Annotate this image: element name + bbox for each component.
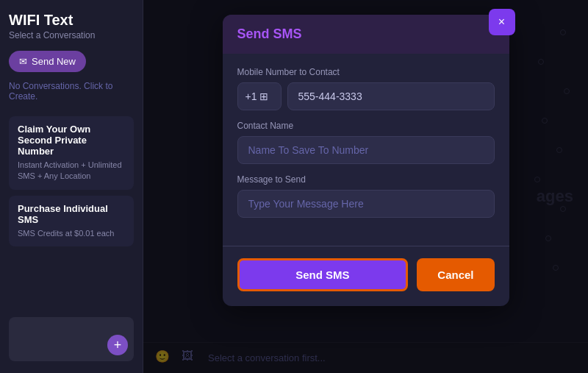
modal-overlay: Send SMS × Mobile Number to Contact +1 ⊞ [143,0,588,373]
card-2-desc: SMS Credits at $0.01 each [18,228,125,239]
modal-body: Mobile Number to Contact +1 ⊞ Contact Na… [223,54,509,243]
sidebar-title: WIFI Text [9,12,134,29]
no-conversations-text: No Conversations. Click to Create. [9,81,134,102]
sidebar-subtitle: Select a Conversation [9,30,134,40]
sidebar-card-1: Claim Your Own Second Private Number Ins… [9,116,134,190]
card-2-title: Purchase Individual SMS [18,203,125,225]
contact-name-label: Contact Name [237,121,495,131]
phone-row: +1 ⊞ [237,82,495,110]
flag-icon: ⊞ [259,90,268,102]
send-new-button[interactable]: ✉ Send New [9,51,86,72]
country-code-value: +1 [245,90,257,102]
mobile-number-label: Mobile Number to Contact [237,67,495,77]
modal-header: Send SMS × [223,15,509,54]
sidebar: WIFI Text Select a Conversation ✉ Send N… [0,0,143,373]
sidebar-image: + [9,317,134,361]
cancel-button[interactable]: Cancel [417,258,494,291]
sidebar-card-2: Purchase Individual SMS SMS Credits at $… [9,196,134,246]
modal-divider [223,246,509,246]
card-1-desc: Instant Activation + Unlimited SMS + Any… [18,160,125,182]
contact-name-field-group: Contact Name [237,121,495,164]
message-input[interactable] [237,190,495,218]
add-conversation-button[interactable]: + [107,335,128,355]
mobile-number-field-group: Mobile Number to Contact +1 ⊞ [237,67,495,110]
send-sms-modal: Send SMS × Mobile Number to Contact +1 ⊞ [223,15,509,306]
message-icon: ✉ [19,56,27,67]
phone-number-input[interactable] [287,82,495,110]
country-code-selector[interactable]: +1 ⊞ [237,82,282,110]
message-label: Message to Send [237,174,495,185]
message-field-group: Message to Send [237,174,495,218]
card-1-title: Claim Your Own Second Private Number [18,124,125,157]
modal-close-button[interactable]: × [489,9,515,35]
send-sms-button[interactable]: Send SMS [237,258,409,291]
contact-name-input[interactable] [237,136,495,164]
modal-footer: Send SMS Cancel [223,258,509,306]
main-area: ages 🙂 🖼 Select a conversation first... … [143,0,588,373]
modal-title: Send SMS [237,26,302,42]
send-new-label: Send New [32,56,76,67]
